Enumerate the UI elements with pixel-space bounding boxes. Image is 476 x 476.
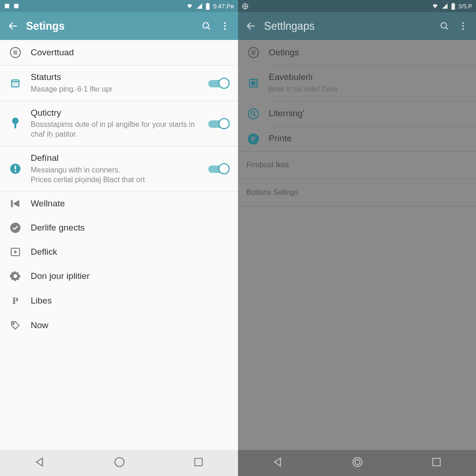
- nav-recents[interactable]: [431, 456, 442, 469]
- list-item[interactable]: Staturts Masage ping.·6·1 lfeı upr: [0, 66, 238, 101]
- svg-point-4: [203, 23, 209, 28]
- battery-icon: [451, 3, 456, 10]
- svg-rect-0: [5, 4, 9, 8]
- svg-point-25: [462, 22, 464, 24]
- search-icon: [439, 21, 450, 31]
- appbar-title: Setings: [22, 20, 197, 33]
- status-time: 3/5.P: [458, 3, 472, 10]
- section-header: Butions Setings: [238, 179, 476, 206]
- status-time: 5:47.Pʀ: [213, 3, 234, 10]
- svg-rect-20: [195, 458, 202, 466]
- item-title: Coverttuad: [31, 47, 230, 58]
- nav-home[interactable]: [113, 456, 126, 470]
- letter-p-filled-icon: P: [248, 133, 259, 145]
- signal-icon: [442, 3, 448, 9]
- list-item[interactable]: Now: [0, 313, 238, 337]
- overflow-button[interactable]: [454, 17, 472, 35]
- list-item[interactable]: P Libes: [0, 288, 238, 313]
- svg-rect-22: [451, 3, 455, 10]
- svg-point-18: [13, 323, 14, 324]
- notif-icon: [4, 3, 10, 9]
- list-item[interactable]: Literning': [238, 101, 476, 126]
- status-bar: 3/5.P: [238, 0, 476, 12]
- alert-circle-icon: [10, 163, 21, 174]
- nav-home[interactable]: [351, 456, 364, 470]
- app-bar: Setings: [0, 12, 238, 40]
- nav-recents[interactable]: [193, 456, 204, 469]
- back-icon: [245, 20, 257, 32]
- list-item[interactable]: Deflick: [0, 240, 238, 264]
- nav-back-icon: [34, 456, 46, 468]
- item-desc: Bossstapims dute of in pl angilbe for yo…: [31, 120, 200, 139]
- svg-point-19: [115, 457, 124, 467]
- svg-point-24: [441, 23, 447, 28]
- toggle-switch[interactable]: [208, 78, 230, 89]
- appbar-title: Settlngaps: [260, 20, 435, 33]
- svg-point-31: [248, 109, 258, 119]
- item-title: Derlife gnects: [31, 223, 230, 233]
- item-desc: Messiangu with in conners. Prices cerlia…: [31, 165, 200, 185]
- list-item[interactable]: Eavebulerlı Bree tt his wifef fïxeir: [238, 66, 476, 101]
- letter-p-icon: P: [12, 295, 18, 307]
- nav-recents-icon: [193, 456, 204, 468]
- more-vert-icon: [458, 21, 468, 31]
- battery-icon: [205, 3, 210, 10]
- app-bar: Settlngaps: [238, 12, 476, 40]
- list-circle-icon: [247, 46, 259, 59]
- wifi-icon: [186, 3, 193, 9]
- item-title: Libes: [31, 296, 230, 306]
- toggle-switch[interactable]: [208, 118, 230, 129]
- back-button[interactable]: [4, 17, 22, 35]
- list-item[interactable]: Derlife gnects: [0, 216, 238, 240]
- item-title: Wellnate: [31, 198, 230, 209]
- svg-point-34: [355, 460, 360, 465]
- back-button[interactable]: [242, 17, 260, 35]
- svg-point-33: [353, 457, 362, 467]
- search-button[interactable]: [435, 17, 454, 35]
- settings-list: Oetings Eavebulerlı Bree tt his wifef fï…: [238, 40, 476, 206]
- gear-icon: [10, 271, 21, 282]
- svg-point-7: [224, 28, 226, 30]
- list-item[interactable]: Wellnate: [0, 192, 238, 216]
- list-item[interactable]: Coverttuad: [0, 40, 238, 65]
- list-circle-icon: [9, 46, 21, 59]
- notif-icon-2: [13, 3, 20, 9]
- play-box-icon: [10, 246, 21, 258]
- nav-back[interactable]: [34, 456, 46, 470]
- item-desc: Bree tt his wifef fïxeir: [269, 85, 468, 94]
- svg-rect-9: [12, 80, 19, 87]
- square-icon: [248, 78, 259, 89]
- list-item[interactable]: Qutictry Bossstapims dute of in pl angil…: [0, 101, 238, 146]
- item-title: Eavebulerlı: [269, 72, 468, 83]
- item-desc: Masage ping.·6·1 lfeı upr: [31, 85, 200, 94]
- phone-left: 5:47.Pʀ Setings Coverttuad: [0, 0, 238, 476]
- list-item[interactable]: Oetings: [238, 40, 476, 65]
- nav-back-icon: [272, 456, 284, 468]
- overflow-button[interactable]: [216, 17, 234, 35]
- toggle-switch[interactable]: [208, 163, 230, 174]
- list-item[interactable]: Defïnal Messiangu with in conners. Price…: [0, 146, 238, 191]
- nav-back[interactable]: [272, 456, 284, 470]
- svg-point-27: [462, 28, 464, 30]
- item-title: Qutictry: [31, 108, 200, 119]
- svg-rect-3: [207, 3, 209, 4]
- signal-icon: [196, 3, 203, 9]
- item-title: Defïnal: [31, 153, 200, 164]
- settings-list: Coverttuad Staturts Masage ping.·6·1 lfe…: [0, 40, 238, 337]
- list-item[interactable]: Don jour iplitier: [0, 264, 238, 288]
- check-circle-icon: [10, 222, 21, 233]
- svg-rect-30: [252, 82, 255, 85]
- nav-home-icon: [351, 456, 364, 468]
- nav-bar: [238, 450, 476, 476]
- search-button[interactable]: [197, 17, 216, 35]
- svg-point-6: [224, 25, 226, 27]
- item-title: Don jour iplitier: [31, 271, 230, 282]
- list-item[interactable]: P Printe: [238, 127, 476, 151]
- skip-back-icon: [10, 198, 21, 209]
- svg-point-5: [224, 22, 226, 24]
- svg-point-14: [14, 171, 16, 172]
- calendar-icon: [10, 78, 21, 89]
- svg-point-10: [12, 118, 19, 124]
- notif-icon: [242, 3, 249, 10]
- svg-point-26: [462, 25, 464, 27]
